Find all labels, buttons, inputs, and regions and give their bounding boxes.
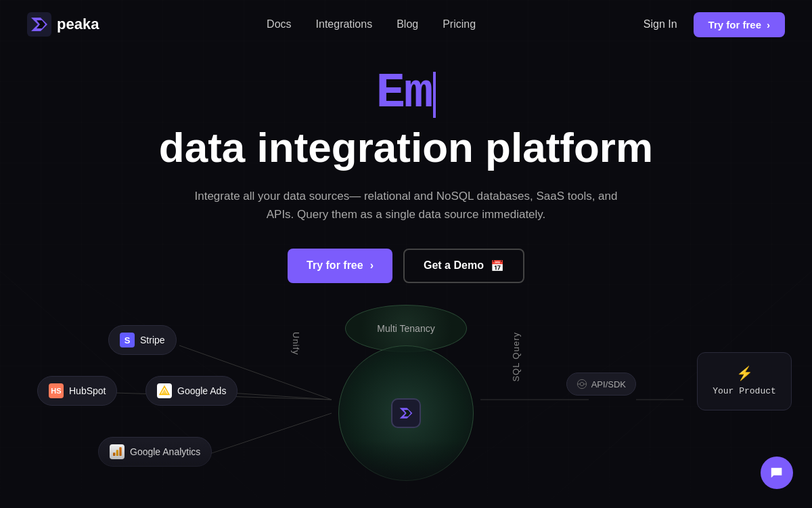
nav-pricing[interactable]: Pricing — [443, 18, 476, 30]
sql-query-label: SQL Query — [511, 332, 521, 382]
svg-line-11 — [210, 413, 332, 454]
nav-docs[interactable]: Docs — [267, 18, 291, 30]
nav-right: Sign In Try for free › — [644, 12, 785, 37]
hubspot-node: HS HubSpot — [37, 376, 117, 406]
unify-label: Unify — [291, 332, 301, 356]
svg-line-10 — [230, 393, 332, 400]
hero-typed-text: Em — [0, 69, 812, 118]
nav-links: Docs Integrations Blog Pricing — [267, 18, 476, 30]
hero-buttons: Try for free › Get a Demo 📅 — [0, 249, 812, 283]
sign-in-button[interactable]: Sign In — [644, 18, 677, 30]
center-logo — [391, 398, 421, 428]
svg-rect-16 — [113, 452, 115, 456]
hero-subtitle: Integrate all your data sources— relatio… — [189, 187, 623, 224]
bolt-icon: ⚡ — [711, 365, 777, 381]
chat-button[interactable] — [761, 457, 793, 489]
nav-blog[interactable]: Blog — [397, 18, 418, 30]
arrow-right-icon: › — [370, 259, 374, 272]
stripe-icon: S — [120, 333, 135, 347]
center-circle — [338, 345, 474, 481]
your-product-node: ⚡ Your Product — [697, 352, 792, 410]
try-free-hero-button[interactable]: Try for free › — [288, 249, 392, 283]
hubspot-icon: HS — [49, 383, 64, 398]
api-icon — [577, 379, 587, 389]
try-free-nav-button[interactable]: Try for free › — [694, 12, 785, 37]
svg-point-22 — [580, 382, 583, 385]
hero-title: data integration platform — [0, 125, 812, 171]
svg-rect-17 — [116, 450, 118, 456]
nav-integrations[interactable]: Integrations — [316, 18, 373, 30]
logo-icon — [27, 12, 51, 37]
logo[interactable]: peaka — [27, 12, 99, 37]
get-demo-button[interactable]: Get a Demo 📅 — [403, 249, 524, 283]
ga-icon — [110, 444, 125, 459]
navbar: peaka Docs Integrations Blog Pricing Sig… — [0, 0, 812, 49]
stripe-node: S Stripe — [108, 325, 177, 355]
svg-rect-18 — [119, 447, 121, 456]
chat-icon — [769, 465, 784, 480]
arrow-icon: › — [767, 19, 770, 30]
googleads-node: Google Ads — [145, 376, 238, 406]
calendar-icon: 📅 — [491, 259, 504, 272]
googleads-icon — [157, 383, 172, 398]
logo-text: peaka — [57, 16, 99, 33]
integration-diagram: S Stripe HS HubSpot Google Ads Google An… — [0, 291, 812, 508]
api-sdk-node: API/SDK — [566, 373, 636, 396]
hero-section: Em data integration platform Integrate a… — [0, 49, 812, 283]
google-analytics-node: Google Analytics — [98, 437, 212, 467]
